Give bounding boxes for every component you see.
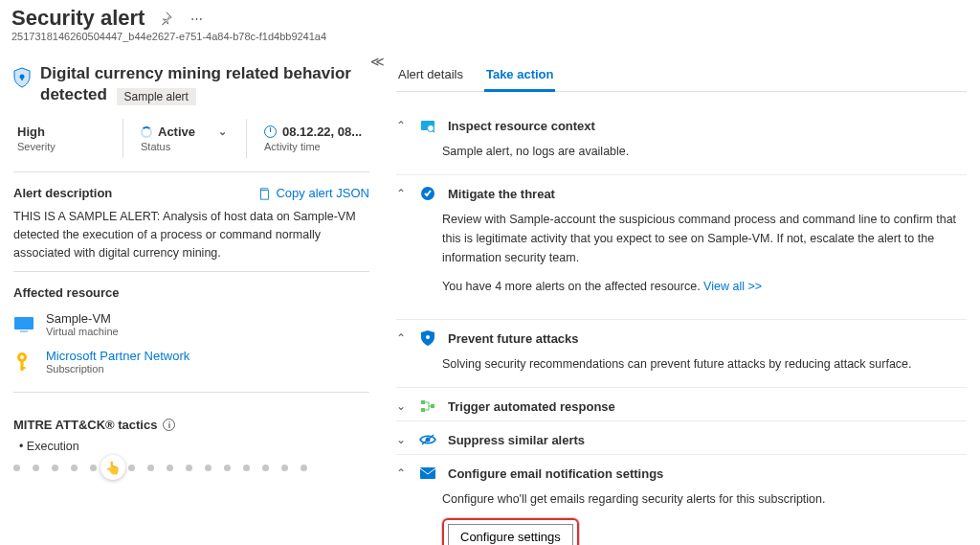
resource-item-subscription: Microsoft Partner Network Subscription <box>13 349 369 375</box>
acc-suppress-header[interactable]: ⌄ Suppress similar alerts <box>396 431 967 448</box>
alert-id: 2517318146260504447_b44e2627-e751-4a84-b… <box>0 31 980 52</box>
acc-trigger-header[interactable]: ⌄ Trigger automated response <box>396 397 967 415</box>
hand-pointer-icon: 👆 <box>100 455 125 480</box>
copy-icon <box>257 187 271 200</box>
details-pane: ≪ Digital currency mining related behavi… <box>0 52 383 545</box>
acc-prevent-header[interactable]: ⌃ Prevent future attacks <box>396 329 967 347</box>
svg-rect-2 <box>261 190 269 199</box>
configure-button-highlight: Configure settings <box>442 518 579 545</box>
svg-point-12 <box>426 335 430 339</box>
collapse-pane-icon[interactable]: ≪ <box>370 54 385 69</box>
inspect-icon <box>419 117 436 134</box>
mitre-heading: MITRE ATT&CK® tactics <box>13 418 157 432</box>
svg-rect-13 <box>421 400 425 404</box>
acc-prevent-title: Prevent future attacks <box>448 331 579 346</box>
mitigate-text-1: Review with Sample-account the suspiciou… <box>442 210 967 267</box>
alert-description-heading: Alert description <box>13 186 112 200</box>
svg-rect-18 <box>420 467 435 479</box>
sample-alert-badge: Sample alert <box>117 88 196 105</box>
svg-rect-4 <box>20 330 28 332</box>
severity-label: Severity <box>17 141 119 152</box>
status-value: Active <box>158 125 195 139</box>
svg-rect-7 <box>21 361 24 371</box>
svg-rect-14 <box>421 408 425 412</box>
acc-inspect-header[interactable]: ⌃ Inspect resource context <box>396 117 967 134</box>
resource-name: Sample-VM <box>46 311 119 326</box>
suppress-icon <box>419 431 436 448</box>
severity-value: High <box>17 125 119 139</box>
mitigate-icon <box>419 185 436 202</box>
shield-icon <box>13 67 31 88</box>
acc-mitigate-header[interactable]: ⌃ Mitigate the threat <box>396 185 967 202</box>
affected-resource-heading: Affected resource <box>13 285 369 300</box>
automation-icon <box>419 397 436 415</box>
chevron-up-icon: ⌃ <box>396 331 408 345</box>
acc-prevent-body: Solving security recommendations can pre… <box>396 347 967 374</box>
configure-text: Configure who'll get emails regarding se… <box>442 489 967 509</box>
tab-take-action[interactable]: Take action <box>484 61 556 92</box>
more-icon[interactable]: ⋯ <box>187 9 206 28</box>
tab-alert-details[interactable]: Alert details <box>396 61 465 91</box>
svg-rect-3 <box>14 317 33 329</box>
info-icon[interactable]: i <box>163 419 175 431</box>
activity-value: 08.12.22, 08... <box>282 125 362 139</box>
acc-mitigate-title: Mitigate the threat <box>448 187 555 201</box>
resource-item-vm: Sample-VM Virtual machine <box>13 311 369 337</box>
svg-rect-15 <box>431 404 434 408</box>
page-title: Security alert <box>11 6 145 31</box>
resource-name-link[interactable]: Microsoft Partner Network <box>46 349 189 363</box>
acc-configure-header[interactable]: ⌃ Configure email notification settings <box>396 465 967 482</box>
acc-trigger-title: Trigger automated response <box>448 399 615 414</box>
severity-metric: High Severity <box>13 119 122 158</box>
svg-rect-8 <box>21 367 26 369</box>
acc-inspect-title: Inspect resource context <box>448 119 595 133</box>
chevron-up-icon: ⌃ <box>396 466 408 480</box>
mitigate-text-2: You have 4 more alerts on the affected r… <box>442 280 703 293</box>
copy-alert-json-label: Copy alert JSON <box>276 186 369 200</box>
action-pane: Alert details Take action ⌃ Inspect reso… <box>383 52 980 545</box>
chevron-down-icon: ⌄ <box>396 433 408 446</box>
activity-label: Activity time <box>264 141 366 152</box>
chevron-up-icon: ⌃ <box>396 119 408 132</box>
svg-rect-1 <box>21 76 23 80</box>
chevron-down-icon: ⌄ <box>396 399 408 413</box>
view-all-link[interactable]: View all >> <box>703 280 762 293</box>
status-dropdown-icon[interactable]: ⌄ <box>218 125 227 138</box>
activity-metric: 08.12.22, 08... Activity time <box>246 119 369 158</box>
acc-configure-title: Configure email notification settings <box>448 466 663 481</box>
vm-icon <box>13 314 34 335</box>
pin-icon[interactable] <box>156 9 175 28</box>
status-metric: Active ⌄ Status <box>122 119 246 158</box>
configure-settings-button[interactable]: Configure settings <box>448 524 573 545</box>
acc-inspect-body: Sample alert, no logs are available. <box>396 134 967 161</box>
resource-type: Subscription <box>46 363 189 375</box>
chevron-up-icon: ⌃ <box>396 187 408 200</box>
tactics-timeline: 👆 <box>13 465 369 471</box>
spinner-icon <box>141 126 152 138</box>
svg-point-6 <box>20 355 24 359</box>
prevent-icon <box>419 329 436 347</box>
alert-description-text: THIS IS A SAMPLE ALERT: Analysis of host… <box>13 208 369 261</box>
key-icon <box>13 352 34 373</box>
mitre-tactic: Execution <box>19 440 369 453</box>
email-icon <box>419 465 436 482</box>
acc-suppress-title: Suppress similar alerts <box>448 433 585 447</box>
resource-type: Virtual machine <box>46 326 119 337</box>
copy-alert-json-link[interactable]: Copy alert JSON <box>257 186 369 200</box>
clock-icon <box>264 125 277 138</box>
status-label: Status <box>141 141 242 152</box>
